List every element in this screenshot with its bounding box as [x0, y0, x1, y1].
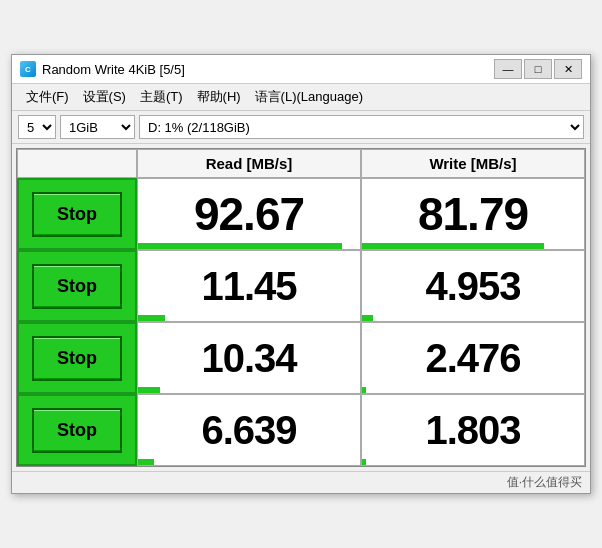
menu-settings[interactable]: 设置(S)	[77, 86, 132, 108]
write-text-3: 2.476	[425, 336, 520, 381]
read-text-4: 6.639	[201, 408, 296, 453]
close-button[interactable]: ✕	[554, 59, 582, 79]
read-value-4: 6.639	[137, 394, 361, 466]
header-empty	[17, 149, 137, 178]
window-title: Random Write 4KiB [5/5]	[42, 62, 488, 77]
read-value-3: 10.34	[137, 322, 361, 394]
read-value-2: 11.45	[137, 250, 361, 322]
status-bar: 值·什么值得买	[12, 471, 590, 493]
menu-bar: 文件(F) 设置(S) 主题(T) 帮助(H) 语言(L)(Language)	[12, 84, 590, 111]
read-text-3: 10.34	[201, 336, 296, 381]
stop-button-1[interactable]: Stop	[32, 192, 122, 237]
app-icon: C	[20, 61, 36, 77]
drive-select[interactable]: D: 1% (2/118GiB)	[139, 115, 584, 139]
menu-language[interactable]: 语言(L)(Language)	[249, 86, 369, 108]
write-bar-3	[362, 387, 366, 393]
stop-button-4[interactable]: Stop	[32, 408, 122, 453]
stop-button-3[interactable]: Stop	[32, 336, 122, 381]
stop-cell-4: Stop	[17, 394, 137, 466]
benchmark-grid: Read [MB/s] Write [MB/s] Stop 92.67 81.7…	[16, 148, 586, 467]
write-value-4: 1.803	[361, 394, 585, 466]
size-select[interactable]: 1GiB 512MiB 2GiB	[60, 115, 135, 139]
write-bar-1	[362, 243, 544, 249]
write-value-1: 81.79	[361, 178, 585, 250]
read-text-2: 11.45	[201, 264, 296, 309]
main-window: C Random Write 4KiB [5/5] — □ ✕ 文件(F) 设置…	[11, 54, 591, 494]
read-bar-4	[138, 459, 154, 465]
queue-depth-select[interactable]: 5 1 2 4 8	[18, 115, 56, 139]
read-value-1: 92.67	[137, 178, 361, 250]
read-header: Read [MB/s]	[137, 149, 361, 178]
read-bar-3	[138, 387, 160, 393]
main-content: Read [MB/s] Write [MB/s] Stop 92.67 81.7…	[12, 144, 590, 471]
title-bar: C Random Write 4KiB [5/5] — □ ✕	[12, 55, 590, 84]
write-bar-4	[362, 459, 366, 465]
stop-cell-1: Stop	[17, 178, 137, 250]
menu-help[interactable]: 帮助(H)	[191, 86, 247, 108]
write-text-2: 4.953	[425, 264, 520, 309]
menu-theme[interactable]: 主题(T)	[134, 86, 189, 108]
write-value-2: 4.953	[361, 250, 585, 322]
read-text-1: 92.67	[194, 187, 304, 241]
read-bar-1	[138, 243, 342, 249]
stop-cell-2: Stop	[17, 250, 137, 322]
read-bar-2	[138, 315, 165, 321]
menu-file[interactable]: 文件(F)	[20, 86, 75, 108]
write-value-3: 2.476	[361, 322, 585, 394]
title-controls: — □ ✕	[494, 59, 582, 79]
status-text: 值·什么值得买	[507, 475, 582, 489]
maximize-button[interactable]: □	[524, 59, 552, 79]
minimize-button[interactable]: —	[494, 59, 522, 79]
write-text-4: 1.803	[425, 408, 520, 453]
write-header: Write [MB/s]	[361, 149, 585, 178]
write-bar-2	[362, 315, 373, 321]
stop-button-2[interactable]: Stop	[32, 264, 122, 309]
stop-cell-3: Stop	[17, 322, 137, 394]
toolbar: 5 1 2 4 8 1GiB 512MiB 2GiB D: 1% (2/118G…	[12, 111, 590, 144]
write-text-1: 81.79	[418, 187, 528, 241]
